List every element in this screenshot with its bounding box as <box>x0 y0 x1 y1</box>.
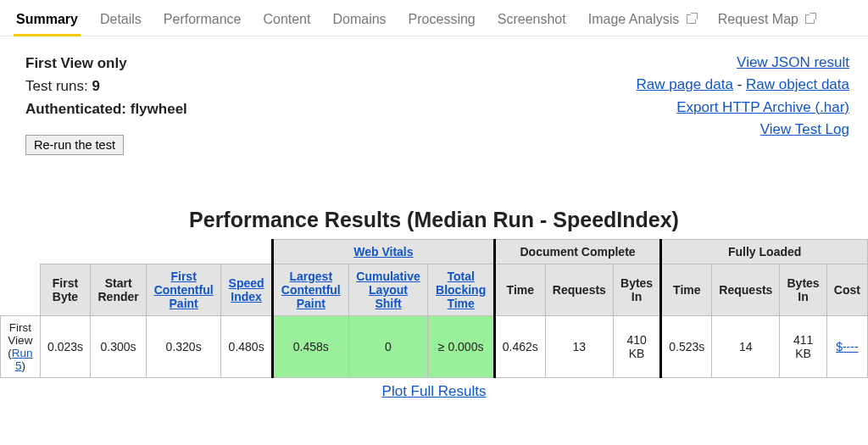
run-link[interactable]: Run 5 <box>12 347 33 372</box>
cell-dc-bytes: 410 KB <box>613 315 660 377</box>
test-meta: First View only Test runs: 9 Authenticat… <box>25 52 187 156</box>
link-export-har[interactable]: Export HTTP Archive (.har) <box>676 99 849 115</box>
external-link-icon <box>687 14 696 24</box>
link-raw-page-data[interactable]: Raw page data <box>637 76 733 92</box>
cell-tbt: ≥ 0.000s <box>428 315 494 377</box>
header-dc-bytes: Bytes In <box>613 264 660 315</box>
tab-details[interactable]: Details <box>97 7 144 36</box>
link-view-test-log[interactable]: View Test Log <box>760 121 849 137</box>
tab-processing[interactable]: Processing <box>406 7 478 36</box>
group-document-complete: Document Complete <box>494 239 660 264</box>
tab-domains[interactable]: Domains <box>330 7 388 36</box>
plot-full-results-link[interactable]: Plot Full Results <box>382 383 487 399</box>
header-fcp[interactable]: First Contentful Paint <box>147 264 221 315</box>
results-title: Performance Results (Median Run - SpeedI… <box>0 208 868 232</box>
link-raw-object-data[interactable]: Raw object data <box>746 76 849 92</box>
group-fully-loaded: Fully Loaded <box>661 239 868 264</box>
group-web-vitals[interactable]: Web Vitals <box>272 239 494 264</box>
header-cost: Cost <box>826 264 867 315</box>
tab-screenshot[interactable]: Screenshot <box>495 7 569 36</box>
external-link-icon <box>805 14 815 24</box>
header-dc-requests: Requests <box>545 264 613 315</box>
table-row: First View (Run 5) 0.023s 0.300s 0.320s … <box>1 315 868 377</box>
auth-value: flywheel <box>131 101 187 117</box>
results-table: Web Vitals Document Complete Fully Loade… <box>0 239 868 378</box>
auth-label: Authenticated: <box>25 101 126 117</box>
cell-first-byte: 0.023s <box>40 315 90 377</box>
tab-request-map[interactable]: Request Map <box>715 7 818 36</box>
tab-summary[interactable]: Summary <box>14 7 81 36</box>
cell-lcp: 0.458s <box>272 315 348 377</box>
cell-cls: 0 <box>348 315 428 377</box>
test-runs-label: Test runs: <box>25 78 88 94</box>
cell-fcp: 0.320s <box>147 315 221 377</box>
dash-separator: - <box>737 76 743 92</box>
tab-request-map-label: Request Map <box>718 12 798 26</box>
cell-fl-bytes: 411 KB <box>780 315 826 377</box>
export-links: View JSON result Raw page data - Raw obj… <box>637 52 849 141</box>
header-tbt[interactable]: Total Blocking Time <box>428 264 494 315</box>
tab-performance[interactable]: Performance <box>161 7 244 36</box>
header-fl-bytes: Bytes In <box>780 264 826 315</box>
rerun-button[interactable]: Re-run the test <box>25 135 124 155</box>
link-view-json[interactable]: View JSON result <box>737 54 849 70</box>
header-first-byte: First Byte <box>40 264 90 315</box>
cell-dc-requests: 13 <box>545 315 613 377</box>
cell-start-render: 0.300s <box>91 315 147 377</box>
header-cls[interactable]: Cumulative Layout Shift <box>348 264 428 315</box>
row-label-text: First View <box>8 321 32 347</box>
cell-dc-time: 0.462s <box>494 315 545 377</box>
header-lcp[interactable]: Largest Contentful Paint <box>272 264 348 315</box>
header-fl-time: Time <box>661 264 712 315</box>
tab-image-analysis[interactable]: Image Analysis <box>586 7 698 36</box>
cell-fl-time: 0.523s <box>661 315 712 377</box>
cell-fl-requests: 14 <box>712 315 780 377</box>
tab-content[interactable]: Content <box>260 7 313 36</box>
cell-cost: $---- <box>826 315 867 377</box>
header-start-render: Start Render <box>91 264 147 315</box>
header-speed-index[interactable]: Speed Index <box>221 264 273 315</box>
tab-bar: Summary Details Performance Content Doma… <box>0 0 868 36</box>
view-mode: First View only <box>25 55 127 71</box>
test-runs-value: 9 <box>92 78 99 94</box>
row-label: First View (Run 5) <box>1 315 41 377</box>
table-group-row: Web Vitals Document Complete Fully Loade… <box>1 239 868 264</box>
header-fl-requests: Requests <box>712 264 780 315</box>
cell-speed-index: 0.480s <box>221 315 273 377</box>
table-header-row: First Byte Start Render First Contentful… <box>1 264 868 315</box>
cost-link[interactable]: $---- <box>836 340 858 353</box>
header-dc-time: Time <box>494 264 545 315</box>
tab-image-analysis-label: Image Analysis <box>588 12 680 26</box>
